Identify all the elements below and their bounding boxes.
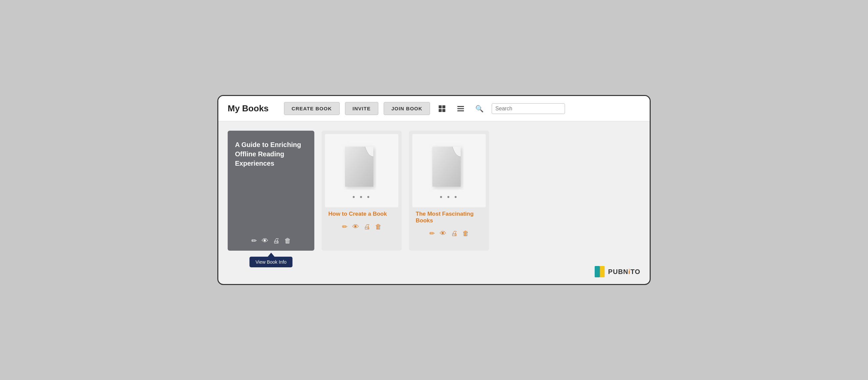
- svg-rect-6: [457, 110, 464, 111]
- view-icon-2[interactable]: 👁: [352, 223, 359, 231]
- book-card-3-title: The Most Fascinating Books: [412, 207, 486, 226]
- list-icon: [457, 105, 465, 113]
- books-content: A Guide to Enriching Offline Reading Exp…: [218, 121, 650, 271]
- delete-icon-1[interactable]: 🗑: [284, 237, 291, 245]
- edit-icon-2[interactable]: ✏: [342, 223, 348, 231]
- book-card-2[interactable]: • • • How to Create a Book ✏ 👁 🖨 🗑: [322, 131, 402, 251]
- logo-highlight: i: [628, 268, 631, 275]
- print-icon-2[interactable]: 🖨: [364, 223, 370, 231]
- logo-area: PUBNiTO: [595, 265, 640, 278]
- edit-icon-1[interactable]: ✏: [251, 237, 257, 245]
- print-icon-3[interactable]: 🖨: [451, 230, 458, 238]
- grid-icon: [438, 105, 446, 113]
- tooltip-box-1: View Book Info: [249, 257, 292, 267]
- print-icon-1[interactable]: 🖨: [273, 237, 280, 245]
- join-book-button[interactable]: JOIN BOOK: [384, 102, 430, 115]
- svg-rect-7: [595, 266, 600, 277]
- view-icon-1[interactable]: 👁: [262, 237, 268, 245]
- svg-rect-0: [439, 105, 442, 108]
- book-card-2-title: How to Create a Book: [325, 207, 398, 219]
- list-view-button[interactable]: [454, 103, 467, 115]
- book-card-1-actions: ✏ 👁 🖨 🗑: [235, 237, 307, 245]
- tooltip-1: View Book Info: [249, 253, 292, 267]
- book-card-3[interactable]: • • • The Most Fascinating Books ✏ 👁 🖨 🗑: [409, 131, 489, 251]
- book-cover-icon-2: [342, 143, 382, 190]
- svg-rect-3: [442, 109, 445, 112]
- delete-icon-3[interactable]: 🗑: [462, 230, 469, 238]
- book-card-2-actions: ✏ 👁 🖨 🗑: [325, 219, 398, 235]
- book-dots-3: • • •: [440, 193, 458, 201]
- svg-rect-9: [599, 266, 600, 277]
- page-title: My Books: [228, 103, 269, 114]
- svg-rect-4: [457, 106, 464, 107]
- edit-icon-3[interactable]: ✏: [429, 229, 435, 238]
- header: My Books CREATE BOOK INVITE JOIN BOOK 🔍: [218, 96, 650, 121]
- book-card-1-wrapper: A Guide to Enriching Offline Reading Exp…: [228, 131, 314, 251]
- search-input[interactable]: [495, 106, 561, 112]
- delete-icon-2[interactable]: 🗑: [375, 223, 382, 231]
- create-book-button[interactable]: CREATE BOOK: [284, 102, 340, 115]
- tooltip-arrow-1: [268, 253, 274, 257]
- invite-button[interactable]: INVITE: [345, 102, 378, 115]
- search-button[interactable]: 🔍: [473, 103, 486, 115]
- book-cover-icon-3: [429, 143, 469, 190]
- search-wrapper: [492, 103, 565, 114]
- logo-icon: [595, 265, 605, 278]
- svg-rect-5: [457, 108, 464, 109]
- book-card-1-title: A Guide to Enriching Offline Reading Exp…: [235, 140, 307, 168]
- book-cover-2: • • •: [325, 134, 398, 207]
- svg-rect-1: [442, 105, 445, 108]
- svg-rect-2: [439, 109, 442, 112]
- main-window: My Books CREATE BOOK INVITE JOIN BOOK 🔍: [217, 95, 651, 285]
- book-dots-2: • • •: [352, 193, 371, 201]
- book-card-1[interactable]: A Guide to Enriching Offline Reading Exp…: [228, 131, 314, 251]
- svg-rect-8: [600, 266, 604, 277]
- book-cover-3: • • •: [412, 134, 486, 207]
- grid-view-button[interactable]: [435, 103, 449, 115]
- view-icon-3[interactable]: 👁: [440, 230, 446, 238]
- search-icon: 🔍: [475, 105, 484, 113]
- book-card-3-actions: ✏ 👁 🖨 🗑: [412, 226, 486, 242]
- logo-text: PUBNiTO: [608, 268, 640, 276]
